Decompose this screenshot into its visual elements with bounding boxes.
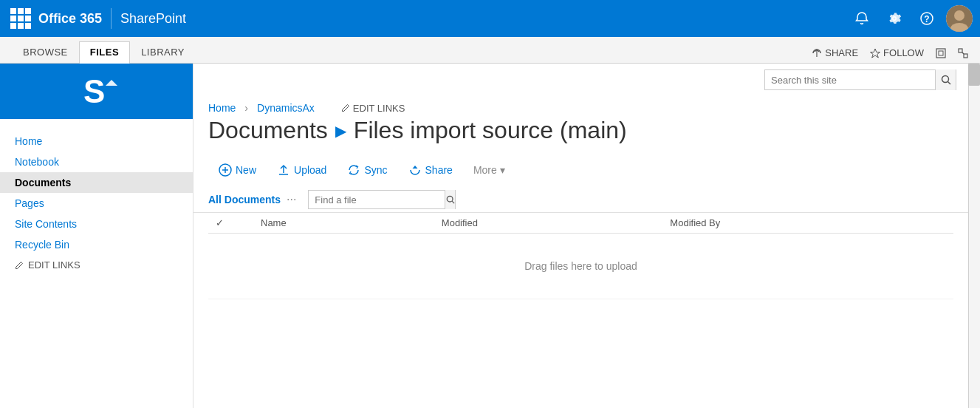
svg-rect-9 xyxy=(964,54,967,58)
sidebar-nav: Home Notebook Documents Pages Site Conte… xyxy=(0,119,193,287)
star-icon xyxy=(870,48,880,58)
svg-rect-8 xyxy=(959,49,962,52)
sidebar-item-notebook[interactable]: Notebook xyxy=(0,152,193,172)
table-body: Drag files here to upload xyxy=(208,234,953,299)
svg-line-15 xyxy=(948,82,950,85)
scrollbar-thumb[interactable] xyxy=(968,64,980,86)
more-button[interactable]: More ▾ xyxy=(463,160,515,180)
upload-icon xyxy=(277,163,290,177)
col-modified-by[interactable]: Modified By xyxy=(662,213,953,234)
waffle-button[interactable] xyxy=(7,5,34,32)
waffle-icon xyxy=(10,8,31,29)
search-input[interactable] xyxy=(765,75,935,86)
view-search-box[interactable] xyxy=(308,190,456,209)
upload-label: Upload xyxy=(294,164,326,176)
doc-table: ✓ Name Modified Modified By xyxy=(208,213,953,299)
share-action[interactable]: SHARE xyxy=(812,47,858,58)
frame-icon xyxy=(936,48,946,58)
app-name[interactable]: Office 365 xyxy=(38,11,102,27)
more-arrow: ▾ xyxy=(500,164,505,176)
ribbon: BROWSE FILES LIBRARY SHARE FOLLOW xyxy=(0,37,980,64)
content-edit-links-label: EDIT LINKS xyxy=(353,103,405,114)
search-bar-area xyxy=(193,64,968,96)
svg-text:S: S xyxy=(83,73,105,109)
col-icon xyxy=(231,213,253,234)
breadcrumb-dynamicsax[interactable]: DynamicsAx xyxy=(257,102,315,114)
col-modified[interactable]: Modified xyxy=(434,213,663,234)
check-header: ✓ xyxy=(216,217,224,228)
follow-action[interactable]: FOLLOW xyxy=(870,47,924,58)
breadcrumb: Home › DynamicsAx EDIT LINKS xyxy=(193,96,968,114)
focus-action[interactable] xyxy=(936,48,946,58)
tab-files[interactable]: FILES xyxy=(79,41,130,64)
sync-ribbon-action[interactable] xyxy=(958,48,968,58)
sync-ribbon-icon xyxy=(958,48,968,58)
page-title-left: Documents xyxy=(208,117,328,144)
title-arrow: ▶ xyxy=(335,122,346,140)
help-button[interactable]: ? xyxy=(914,5,940,32)
col-name[interactable]: Name xyxy=(253,213,434,234)
main-layout: S Home Notebook Documents Pages Site Con… xyxy=(0,64,980,408)
sidebar-logo: S xyxy=(0,64,193,119)
share-label: SHARE xyxy=(825,47,858,58)
search-button[interactable] xyxy=(935,69,956,90)
right-scrollbar[interactable] xyxy=(968,64,980,408)
sync-button[interactable]: Sync xyxy=(337,159,397,181)
top-bar: Office 365 SharePoint ? xyxy=(0,0,980,37)
follow-label: FOLLOW xyxy=(883,47,924,58)
share-icon xyxy=(408,163,422,177)
new-button[interactable]: New xyxy=(208,159,267,181)
sidebar-item-home[interactable]: Home xyxy=(0,131,193,152)
col-check[interactable]: ✓ xyxy=(208,213,231,234)
drag-files-message: Drag files here to upload xyxy=(216,238,946,294)
new-label: New xyxy=(236,164,256,176)
drag-message: Drag files here to upload xyxy=(208,234,953,299)
content-edit-links-button[interactable]: EDIT LINKS xyxy=(341,103,405,114)
sidebar-item-documents[interactable]: Documents xyxy=(0,172,193,193)
breadcrumb-home[interactable]: Home xyxy=(208,102,236,114)
doc-toolbar: New Upload Sync xyxy=(193,156,968,187)
sidebar-item-recycle-bin[interactable]: Recycle Bin xyxy=(0,234,193,255)
content-edit-icon xyxy=(341,103,350,112)
content-area: Home › DynamicsAx EDIT LINKS Documents ▶… xyxy=(193,64,968,408)
tab-library[interactable]: LIBRARY xyxy=(130,41,196,63)
sidebar-edit-links-label: EDIT LINKS xyxy=(28,259,80,271)
search-box[interactable] xyxy=(764,69,956,90)
share-button[interactable]: Share xyxy=(398,159,463,181)
view-ellipsis[interactable]: ··· xyxy=(287,193,296,206)
view-label[interactable]: All Documents xyxy=(208,194,281,205)
tab-browse[interactable]: BROWSE xyxy=(12,41,79,63)
svg-point-14 xyxy=(942,76,948,83)
settings-button[interactable] xyxy=(881,5,908,32)
page-title: Documents ▶ Files import source (main) xyxy=(208,117,953,144)
sidebar-item-site-contents[interactable]: Site Contents xyxy=(0,214,193,234)
site-name[interactable]: SharePoint xyxy=(120,11,186,27)
find-file-button[interactable] xyxy=(445,190,455,209)
svg-text:?: ? xyxy=(924,14,929,24)
help-icon: ? xyxy=(919,11,934,26)
more-label: More xyxy=(473,164,497,176)
svg-line-22 xyxy=(452,201,454,203)
svg-rect-7 xyxy=(939,51,943,55)
bell-icon xyxy=(854,11,869,26)
sidebar-item-pages[interactable]: Pages xyxy=(0,193,193,214)
svg-line-10 xyxy=(962,52,964,54)
breadcrumb-sep-1: › xyxy=(244,102,248,114)
table-header: ✓ Name Modified Modified By xyxy=(208,213,953,234)
new-plus-icon xyxy=(219,163,232,177)
page-title-area: Documents ▶ Files import source (main) xyxy=(193,114,968,156)
view-selector: All Documents ··· xyxy=(193,187,968,213)
table-empty-row: Drag files here to upload xyxy=(208,234,953,299)
top-bar-right: ? xyxy=(849,5,973,32)
ribbon-actions: SHARE FOLLOW xyxy=(812,47,968,63)
find-file-input[interactable] xyxy=(309,194,445,205)
page-title-right: Files import source (main) xyxy=(354,117,627,144)
avatar-image xyxy=(946,5,973,32)
sidebar-edit-links-button[interactable]: EDIT LINKS xyxy=(0,255,193,275)
sync-icon xyxy=(347,163,360,177)
avatar[interactable] xyxy=(946,5,973,32)
notifications-button[interactable] xyxy=(849,5,875,32)
table-header-row: ✓ Name Modified Modified By xyxy=(208,213,953,234)
upload-button[interactable]: Upload xyxy=(267,159,337,181)
sync-label: Sync xyxy=(364,164,387,176)
